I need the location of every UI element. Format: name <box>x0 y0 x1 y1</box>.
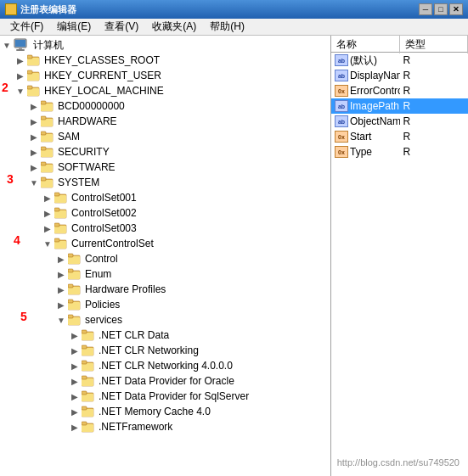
tree-item-svc5[interactable]: ▶ .NET Data Provider for SqlServer <box>0 389 330 404</box>
tree-expand-hwprofiles[interactable]: ▶ <box>54 282 68 297</box>
tree-expand-computer[interactable]: ▼ <box>0 37 14 53</box>
svg-rect-21 <box>41 132 46 135</box>
tree-item-svc7[interactable]: ▶ .NETFramework <box>0 419 330 434</box>
right-item-displayname[interactable]: abDisplayNameR <box>331 68 468 83</box>
tree-item-system[interactable]: ▼ SYSTEM <box>0 175 330 190</box>
window-controls[interactable]: ─ □ ✕ <box>419 3 463 15</box>
tree-item-bcd[interactable]: ▶ BCD00000000 <box>0 98 330 114</box>
svg-rect-72 <box>82 391 87 395</box>
tree-expand-control[interactable]: ▶ <box>54 251 68 266</box>
tree-item-sam[interactable]: ▶ SAM <box>0 129 330 144</box>
tree-expand-sam[interactable]: ▶ <box>27 129 41 144</box>
right-item-objectname[interactable]: abObjectNameR <box>331 114 468 129</box>
tree-expand-svc5[interactable]: ▶ <box>68 389 82 404</box>
tree-expand-svc2[interactable]: ▶ <box>68 343 82 358</box>
tree-item-control[interactable]: ▶ Control <box>0 251 330 266</box>
tree-item-ccs[interactable]: ▼ CurrentControlSet <box>0 236 330 251</box>
svg-rect-68 <box>82 378 93 386</box>
right-name-text-default: (默认) <box>350 53 377 68</box>
right-cell-name-default: ab(默认) <box>331 53 400 68</box>
values-list[interactable]: ab(默认)RabDisplayNameR0xErrorControlRabIm… <box>331 53 468 476</box>
tree-expand-svc6[interactable]: ▶ <box>68 404 82 419</box>
svg-rect-42 <box>54 238 59 242</box>
tree-expand-software[interactable]: ▶ <box>27 160 41 175</box>
folder-icon-bcd <box>41 100 54 112</box>
annotation-hklm: 2 <box>2 81 8 94</box>
right-cell-name-type: 0xType <box>331 146 400 158</box>
tree-expand-cs002[interactable]: ▶ <box>41 205 54 221</box>
svg-rect-53 <box>68 302 80 310</box>
tree-expand-svc3[interactable]: ▶ <box>68 358 82 373</box>
right-item-default[interactable]: ab(默认)R <box>331 53 468 68</box>
right-name-text-errorcontrol: ErrorControl <box>350 85 400 97</box>
tree-item-svc2[interactable]: ▶ .NET CLR Networking <box>0 343 330 358</box>
tree-item-svc4[interactable]: ▶ .NET Data Provider for Oracle <box>0 373 330 389</box>
svg-rect-27 <box>41 162 46 165</box>
right-item-errorcontrol[interactable]: 0xErrorControlR <box>331 83 468 98</box>
folder-icon-hardware <box>41 115 54 127</box>
tree-expand-svc1[interactable]: ▶ <box>68 328 82 343</box>
tree-expand-enum[interactable]: ▶ <box>54 266 68 282</box>
tree-item-hkcr[interactable]: ▶ HKEY_CLASSES_ROOT <box>0 53 330 68</box>
registry-tree-panel: ▼ 计算机▶ HKEY_CLASSES_ROOT▶ HKEY_CURRENT_U… <box>0 36 331 476</box>
tree-expand-policies[interactable]: ▶ <box>54 297 68 312</box>
svg-rect-47 <box>68 272 80 279</box>
menu-favorites[interactable]: 收藏夹(A) <box>145 18 203 36</box>
tree-label-svc3: .NET CLR Networking 4.0.0.0 <box>97 360 233 372</box>
tree-item-hkcu[interactable]: ▶ HKEY_CURRENT_USER <box>0 68 330 83</box>
folder-icon-sam <box>41 131 54 143</box>
tree-expand-bcd[interactable]: ▶ <box>27 98 41 114</box>
menu-file[interactable]: 文件(F) <box>3 18 50 36</box>
tree-item-cs001[interactable]: ▶ ControlSet001 <box>0 190 330 205</box>
tree-expand-ccs[interactable]: ▼ <box>41 236 54 251</box>
minimize-button[interactable]: ─ <box>419 3 432 15</box>
maximize-button[interactable]: □ <box>434 3 448 15</box>
tree-expand-system[interactable]: ▼ <box>27 175 41 190</box>
tree-label-svc1: .NET CLR Data <box>97 329 169 341</box>
svg-rect-1 <box>15 40 25 47</box>
app-icon <box>5 3 17 15</box>
tree-item-software[interactable]: ▶ SOFTWARE <box>0 160 330 175</box>
right-item-type[interactable]: 0xTypeR <box>331 144 468 160</box>
tree-item-svc6[interactable]: ▶ .NET Memory Cache 4.0 <box>0 404 330 419</box>
right-cell-type-type: R <box>400 146 469 158</box>
registry-tree[interactable]: ▼ 计算机▶ HKEY_CLASSES_ROOT▶ HKEY_CURRENT_U… <box>0 36 330 476</box>
tree-item-hardware[interactable]: ▶ HARDWARE <box>0 114 330 129</box>
right-item-start[interactable]: 0xStartR <box>331 129 468 144</box>
tree-expand-hklm[interactable]: ▼ <box>14 83 27 98</box>
tree-item-hklm[interactable]: ▼ HKEY_LOCAL_MACHINE <box>0 83 330 98</box>
tree-item-svc3[interactable]: ▶ .NET CLR Networking 4.0.0.0 <box>0 358 330 373</box>
tree-expand-svc4[interactable]: ▶ <box>68 373 82 389</box>
menu-help[interactable]: 帮助(H) <box>203 18 251 36</box>
tree-item-computer[interactable]: ▼ 计算机 <box>0 37 330 53</box>
tree-expand-hardware[interactable]: ▶ <box>27 114 41 129</box>
tree-item-policies[interactable]: ▶ Policies <box>0 297 330 312</box>
tree-item-svc1[interactable]: ▶ .NET CLR Data <box>0 328 330 343</box>
svg-rect-48 <box>68 269 73 272</box>
right-item-imagepath[interactable]: abImagePathR <box>331 98 468 114</box>
folder-icon-svc7 <box>82 421 95 433</box>
menu-view[interactable]: 查看(V) <box>98 18 145 36</box>
tree-expand-cs003[interactable]: ▶ <box>41 221 54 236</box>
tree-expand-services[interactable]: ▼ <box>54 312 68 328</box>
tree-item-hwprofiles[interactable]: ▶ Hardware Profiles <box>0 282 330 297</box>
tree-expand-hkcr[interactable]: ▶ <box>14 53 27 68</box>
tree-item-cs002[interactable]: ▶ ControlSet002 <box>0 205 330 221</box>
menu-edit[interactable]: 编辑(E) <box>50 18 98 36</box>
tree-expand-security[interactable]: ▶ <box>27 144 41 160</box>
tree-item-services[interactable]: ▼ services <box>0 312 330 328</box>
tree-item-security[interactable]: ▶ SECURITY <box>0 144 330 160</box>
close-button[interactable]: ✕ <box>449 3 463 15</box>
svg-rect-17 <box>41 119 53 126</box>
tree-expand-hkcu[interactable]: ▶ <box>14 68 27 83</box>
tree-item-enum[interactable]: ▶ Enum <box>0 266 330 282</box>
folder-icon-hklm <box>27 85 41 97</box>
svg-rect-2 <box>19 48 22 49</box>
tree-expand-cs001[interactable]: ▶ <box>41 190 54 205</box>
reg-type-icon-displayname: ab <box>335 70 348 81</box>
svg-rect-3 <box>16 49 25 51</box>
svg-rect-59 <box>82 333 93 340</box>
svg-rect-12 <box>27 86 32 89</box>
tree-expand-svc7[interactable]: ▶ <box>68 419 82 434</box>
tree-item-cs003[interactable]: ▶ ControlSet003 <box>0 221 330 236</box>
